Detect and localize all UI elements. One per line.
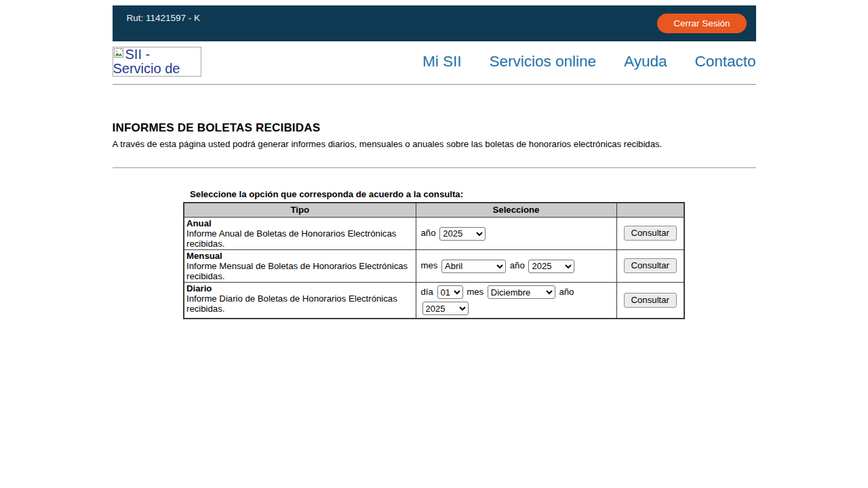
session-bar: Rut: 11421597 - K Cerrar Sesión (113, 5, 756, 41)
anual-action-cell: Consultar (616, 217, 684, 249)
anual-description: Informe Anual de Boletas de Honorarios E… (186, 228, 396, 249)
rut-label: Rut: 11421597 - K (113, 5, 201, 23)
broken-image-icon (113, 47, 125, 59)
header-seleccione: Seleccione (416, 203, 616, 217)
mensual-year-label: año (510, 260, 525, 270)
diario-month-select[interactable]: Diciembre (488, 285, 555, 299)
anual-year-select[interactable]: 2025 (439, 227, 486, 241)
diario-tipo-cell: Diario Informe Diario de Boletas de Hono… (184, 282, 416, 319)
mensual-type-label: Mensual (186, 251, 222, 261)
mensual-consultar-button[interactable]: Consultar (624, 258, 677, 273)
anual-tipo-cell: Anual Informe Anual de Boletas de Honora… (184, 217, 416, 249)
table-row-anual: Anual Informe Anual de Boletas de Honora… (184, 217, 684, 249)
diario-select-cell: día 01 mes Diciembre año 2025 (416, 282, 616, 319)
mensual-year-select[interactable]: 2025 (528, 260, 574, 273)
diario-month-label: mes (467, 287, 484, 297)
diario-consultar-button[interactable]: Consultar (624, 293, 677, 308)
sii-logo-link[interactable]: SII - Servicio de (113, 47, 201, 77)
anual-select-cell: año 2025 (416, 217, 616, 249)
nav-servicios-online[interactable]: Servicios online (489, 53, 596, 70)
header-action (616, 203, 684, 217)
header-tipo: Tipo (184, 203, 416, 217)
table-header-row: Tipo Seleccione (184, 203, 684, 217)
logout-button[interactable]: Cerrar Sesión (657, 14, 746, 33)
site-header: SII - Servicio de Mi SII Servicios onlin… (113, 41, 756, 85)
diario-day-select[interactable]: 01 (437, 285, 463, 299)
mensual-month-label: mes (421, 260, 438, 270)
page-title: INFORMES DE BOLETAS RECIBIDAS (113, 121, 756, 135)
page-container: Rut: 11421597 - K Cerrar Sesión SII - Se… (113, 5, 756, 319)
nav-mi-sii[interactable]: Mi SII (422, 53, 462, 70)
mensual-action-cell: Consultar (616, 249, 684, 282)
consulta-section: Seleccione la opción que corresponda de … (183, 189, 685, 319)
anual-type-label: Anual (186, 218, 212, 228)
diario-description: Informe Diario de Boletas de Honorarios … (186, 293, 397, 314)
table-caption: Seleccione la opción que corresponda de … (183, 189, 685, 199)
mensual-select-cell: mes Abril año 2025 (416, 249, 616, 282)
diario-year-select[interactable]: 2025 (422, 302, 469, 315)
nav-ayuda[interactable]: Ayuda (624, 53, 667, 70)
mensual-tipo-cell: Mensual Informe Mensual de Boletas de Ho… (184, 249, 416, 282)
mensual-description: Informe Mensual de Boletas de Honorarios… (186, 261, 408, 281)
diario-year-label: año (559, 287, 574, 297)
diario-day-label: día (421, 287, 433, 297)
page-description: A través de esta página usted podrá gene… (113, 138, 756, 150)
consulta-table: Tipo Seleccione Anual Informe Anual de B… (183, 202, 685, 319)
mensual-month-select[interactable]: Abril (441, 260, 506, 273)
anual-year-label: año (421, 228, 436, 238)
table-row-diario: Diario Informe Diario de Boletas de Hono… (184, 282, 684, 319)
diario-action-cell: Consultar (616, 282, 684, 319)
main-nav: Mi SII Servicios online Ayuda Contacto (422, 53, 756, 70)
broken-image-alt-text: SII - Servicio de (113, 47, 180, 76)
content-divider (113, 167, 756, 168)
table-row-mensual: Mensual Informe Mensual de Boletas de Ho… (184, 249, 684, 282)
diario-type-label: Diario (186, 283, 212, 293)
anual-consultar-button[interactable]: Consultar (624, 226, 677, 241)
nav-contacto[interactable]: Contacto (694, 53, 755, 70)
